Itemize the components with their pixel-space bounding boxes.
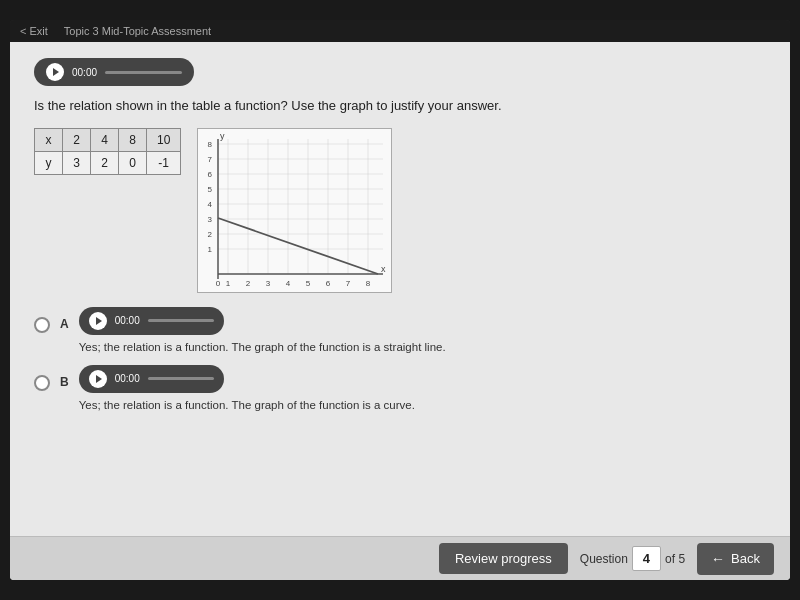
option-a-audio[interactable]: 00:00 xyxy=(79,307,224,335)
svg-text:1: 1 xyxy=(226,279,231,288)
table-x-3: 8 xyxy=(119,128,147,151)
table-header-y: y xyxy=(35,151,63,174)
back-button[interactable]: ← Back xyxy=(697,543,774,575)
of-total: of 5 xyxy=(665,552,685,566)
radio-a[interactable] xyxy=(34,317,50,333)
svg-text:y: y xyxy=(220,131,225,141)
svg-text:0: 0 xyxy=(216,279,221,288)
option-b-bar[interactable] xyxy=(148,377,214,380)
svg-text:8: 8 xyxy=(208,140,213,149)
question-text: Is the relation shown in the table a fun… xyxy=(34,96,766,116)
table-x-2: 4 xyxy=(91,128,119,151)
review-progress-button[interactable]: Review progress xyxy=(439,543,568,574)
back-arrow-icon: ← xyxy=(711,551,725,567)
data-table: x 2 4 8 10 y 3 2 0 -1 xyxy=(34,128,181,175)
top-bar: < Exit Topic 3 Mid-Topic Assessment xyxy=(10,20,790,42)
option-b-audio[interactable]: 00:00 xyxy=(79,365,224,393)
radio-b[interactable] xyxy=(34,375,50,391)
svg-text:2: 2 xyxy=(208,230,213,239)
table-y-1: 3 xyxy=(63,151,91,174)
option-a-label: A xyxy=(60,317,69,331)
table-header-x: x xyxy=(35,128,63,151)
option-a-text: Yes; the relation is a function. The gra… xyxy=(79,341,446,353)
content-area: 00:00 Is the relation shown in the table… xyxy=(10,42,790,580)
svg-text:7: 7 xyxy=(346,279,351,288)
table-y-3: 0 xyxy=(119,151,147,174)
svg-text:3: 3 xyxy=(266,279,271,288)
main-content: 00:00 Is the relation shown in the table… xyxy=(10,42,790,536)
option-a-time: 00:00 xyxy=(115,315,140,326)
table-x-4: 10 xyxy=(147,128,181,151)
exit-link[interactable]: < Exit xyxy=(20,25,48,37)
question-label: Question xyxy=(580,552,628,566)
screen: < Exit Topic 3 Mid-Topic Assessment 00:0… xyxy=(10,20,790,580)
svg-text:3: 3 xyxy=(208,215,213,224)
option-b-text: Yes; the relation is a function. The gra… xyxy=(79,399,415,411)
options-section: A 00:00 Yes; the relation is a function.… xyxy=(34,307,766,411)
main-audio-bar[interactable] xyxy=(105,71,182,74)
question-nav: Question 4 of 5 xyxy=(580,546,685,571)
svg-text:5: 5 xyxy=(306,279,311,288)
back-label: Back xyxy=(731,551,760,566)
svg-text:1: 1 xyxy=(208,245,213,254)
main-audio-time: 00:00 xyxy=(72,67,97,78)
graph-svg: 0 1 2 3 4 5 6 7 8 8 7 6 5 4 xyxy=(198,129,393,294)
svg-text:4: 4 xyxy=(286,279,291,288)
option-b-label: B xyxy=(60,375,69,389)
svg-text:8: 8 xyxy=(366,279,371,288)
table-y-2: 2 xyxy=(91,151,119,174)
option-a-content: 00:00 Yes; the relation is a function. T… xyxy=(79,307,446,353)
table-y-4: -1 xyxy=(147,151,181,174)
question-layout: x 2 4 8 10 y 3 2 0 -1 xyxy=(34,128,766,293)
main-audio-player[interactable]: 00:00 xyxy=(34,58,194,86)
option-row-a: A 00:00 Yes; the relation is a function.… xyxy=(34,307,766,353)
graph-container: 0 1 2 3 4 5 6 7 8 8 7 6 5 4 xyxy=(197,128,392,293)
question-number: 4 xyxy=(632,546,661,571)
option-b-time: 00:00 xyxy=(115,373,140,384)
option-a-play-button[interactable] xyxy=(89,312,107,330)
option-b-play-button[interactable] xyxy=(89,370,107,388)
svg-text:2: 2 xyxy=(246,279,251,288)
option-b-content: 00:00 Yes; the relation is a function. T… xyxy=(79,365,415,411)
svg-text:5: 5 xyxy=(208,185,213,194)
page-title: Topic 3 Mid-Topic Assessment xyxy=(64,25,211,37)
svg-text:6: 6 xyxy=(208,170,213,179)
svg-text:7: 7 xyxy=(208,155,213,164)
table-x-1: 2 xyxy=(63,128,91,151)
svg-text:x: x xyxy=(381,264,386,274)
svg-line-37 xyxy=(218,218,378,274)
main-play-button[interactable] xyxy=(46,63,64,81)
data-table-container: x 2 4 8 10 y 3 2 0 -1 xyxy=(34,128,181,175)
svg-text:6: 6 xyxy=(326,279,331,288)
bottom-bar: Review progress Question 4 of 5 ← Back xyxy=(10,536,790,580)
option-row-b: B 00:00 Yes; the relation is a function.… xyxy=(34,365,766,411)
option-a-bar[interactable] xyxy=(148,319,214,322)
svg-text:4: 4 xyxy=(208,200,213,209)
